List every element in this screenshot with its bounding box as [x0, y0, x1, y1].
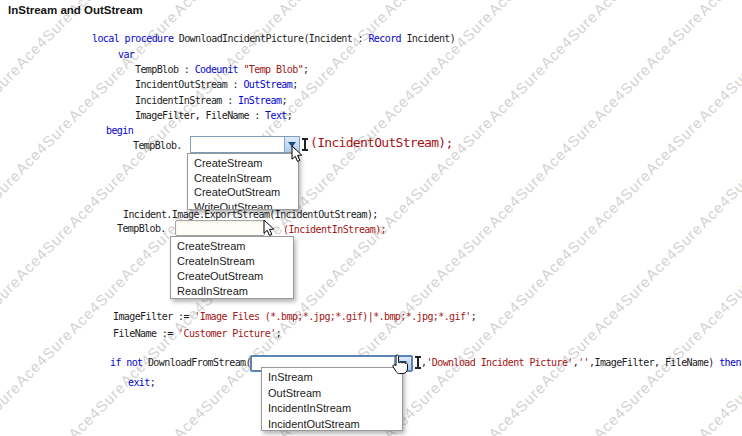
- dropdown-option[interactable]: CreateOutStream: [188, 185, 298, 200]
- code-arg-outstream: (IncidentOutStream);: [310, 137, 453, 149]
- watermark-text: Ace4Sure: [0, 272, 24, 336]
- watermark-text: Ace4Sure: [642, 113, 706, 177]
- page-title: InStream and OutStream: [8, 4, 143, 16]
- watermark-text: Ace4Sure: [12, 7, 76, 71]
- method-combobox-1[interactable]: [190, 136, 300, 153]
- watermark-text: Ace4Sure: [590, 0, 654, 19]
- dropdown-list-stream-args: InStreamOutStreamIncidentInStreamInciden…: [261, 367, 403, 431]
- watermark-text: Ace4Sure: [590, 166, 654, 230]
- dropdown-option[interactable]: WriteOutStream: [188, 200, 298, 211]
- watermark-text: Ace4Sure: [12, 113, 76, 177]
- code-segment: ImageFilter, FileName :: [135, 110, 265, 121]
- code-line-instream: IncidentInStream : InStream;: [135, 95, 287, 107]
- dropdown-list-create-stream-2: CreateStreamCreateInStreamCreateOutStrea…: [170, 236, 294, 299]
- code-segment: ImageFilter :=: [113, 311, 194, 322]
- code-segment: ;: [281, 95, 286, 106]
- code-segment: DownloadFromStream(: [148, 357, 251, 368]
- code-segment: Incident): [401, 33, 455, 44]
- code-line-imagefilter: ImageFilter := 'Image Files (*.bmp;*.jpg…: [113, 311, 476, 323]
- watermark-text: Ace4Sure: [432, 219, 496, 283]
- watermark-text: Ace4Sure: [275, 0, 339, 19]
- mouse-arrow-cursor: [263, 219, 275, 237]
- watermark-text: Ace4Sure: [590, 378, 654, 436]
- code-segment: DownloadIncidentPicture(Incident :: [179, 33, 369, 44]
- dropdown-option[interactable]: CreateStream: [188, 156, 298, 171]
- watermark-text: Ace4Sure: [485, 166, 549, 230]
- code-segment: Text: [265, 110, 287, 121]
- code-segment: var: [118, 49, 134, 60]
- watermark-text: Ace4Sure: [485, 0, 549, 19]
- watermark-text: Ace4Sure: [0, 378, 24, 436]
- watermark-text: Ace4Sure: [695, 378, 742, 436]
- watermark-text: Ace4Sure: [170, 378, 234, 436]
- dropdown-option[interactable]: CreateStream: [171, 239, 293, 254]
- code-line-tempblob: TempBlob : Codeunit "Temp Blob";: [135, 64, 309, 76]
- code-segment: IncidentOutStream :: [135, 79, 243, 90]
- code-segment: local procedure: [92, 33, 179, 44]
- code-segment: TempBlob.: [133, 140, 182, 151]
- code-segment: TempBlob.: [117, 223, 166, 234]
- watermark-text: Ace4Sure: [0, 60, 24, 124]
- code-segment: ,ImageFilter, FileName): [589, 357, 719, 368]
- watermark-text: Ace4Sure: [380, 166, 444, 230]
- code-line-exit: exit;: [128, 377, 155, 389]
- watermark-text: Ace4Sure: [170, 0, 234, 19]
- watermark-text: Ace4Sure: [65, 378, 129, 436]
- watermark-text: Ace4Sure: [12, 219, 76, 283]
- code-line-filename: FileName := 'Customer Picture';: [113, 328, 281, 340]
- code-segment: 'Download Incident Picture': [426, 357, 572, 368]
- code-segment: Codeunit: [195, 64, 238, 75]
- dropdown-option[interactable]: CreateInStream: [171, 254, 293, 269]
- code-segment: TempBlob :: [135, 64, 195, 75]
- watermark-text: Ace4Sure: [695, 166, 742, 230]
- code-line-tempblob-call-2: TempBlob.: [117, 223, 166, 235]
- mouse-arrow-cursor: [291, 145, 303, 163]
- watermark-text: Ace4Sure: [380, 60, 444, 124]
- text-caret: [415, 356, 421, 369]
- watermark-text: Ace4Sure: [0, 166, 24, 230]
- code-segment: 'Customer Picture': [178, 328, 276, 339]
- dropdown-option[interactable]: ReadInStream: [171, 284, 293, 299]
- code-segment: IncidentInStream :: [135, 95, 238, 106]
- code-segment: ;: [471, 311, 476, 322]
- code-line-begin: begin: [106, 125, 133, 137]
- watermark-text: Ace4Sure: [65, 272, 129, 336]
- watermark-text: Ace4Sure: [695, 0, 742, 19]
- watermark-text: Ace4Sure: [485, 378, 549, 436]
- code-segment: (IncidentOutStream);: [310, 135, 453, 150]
- dropdown-option[interactable]: IncidentOutStream: [262, 417, 402, 432]
- hand-cursor: [390, 354, 408, 376]
- dropdown-option[interactable]: OutStream: [262, 386, 402, 402]
- watermark-text: Ace4Sure: [590, 60, 654, 124]
- dropdown-option[interactable]: CreateInStream: [188, 171, 298, 186]
- code-line-text-vars: ImageFilter, FileName : Text;: [135, 110, 292, 122]
- dropdown-option[interactable]: CreateOutStream: [171, 269, 293, 284]
- code-segment: Incident.Image.ExportStream(IncidentOutS…: [123, 209, 378, 220]
- code-arg-instream: (IncidentInStream);: [283, 224, 386, 236]
- code-segment: (IncidentInStream);: [283, 224, 386, 235]
- watermark-text: Ace4Sure: [65, 166, 129, 230]
- code-segment: ;: [287, 110, 292, 121]
- code-segment: '': [578, 357, 589, 368]
- watermark-text: Ace4Sure: [642, 219, 706, 283]
- code-segment: FileName :=: [113, 328, 178, 339]
- watermark-text: Ace4Sure: [485, 272, 549, 336]
- watermark-text: Ace4Sure: [695, 272, 742, 336]
- code-segment: ;: [276, 328, 281, 339]
- dropdown-option[interactable]: InStream: [262, 370, 402, 386]
- code-segment: then: [719, 357, 741, 368]
- code-segment: ;: [292, 79, 297, 90]
- code-segment: ;: [303, 64, 308, 75]
- code-segment: 'Image Files (*.bmp;*.jpg;*.gif)|*.bmp;*…: [194, 311, 470, 322]
- code-segment: begin: [106, 125, 133, 136]
- code-segment: ;: [150, 377, 155, 388]
- watermark-text: Ace4Sure: [537, 219, 601, 283]
- method-combobox-2[interactable]: [175, 220, 265, 236]
- screenshot-canvas: Ace4SureAce4SureAce4SureAce4SureAce4Sure…: [0, 0, 742, 436]
- dropdown-option[interactable]: IncidentInStream: [262, 401, 402, 417]
- code-segment: OutStream: [243, 79, 292, 90]
- watermark-text: Ace4Sure: [537, 113, 601, 177]
- watermark-text: Ace4Sure: [12, 325, 76, 389]
- code-line-if-download: if not DownloadFromStream(: [110, 357, 251, 369]
- code-line-procedure: local procedure DownloadIncidentPicture(…: [92, 33, 455, 45]
